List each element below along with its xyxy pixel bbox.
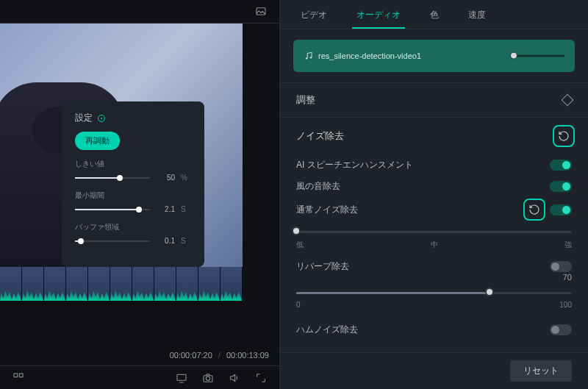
reverb-slider[interactable] — [296, 286, 572, 299]
audio-clip-strip[interactable]: res_silence-detection-video1 — [293, 40, 575, 72]
preview-viewport: 設定 再調動 しきい値 50 % 最小期間 2.1 S — [0, 24, 279, 345]
normal-denoise-label: 通常ノイズ除去 — [296, 204, 358, 216]
tab-color[interactable]: 色 — [426, 9, 443, 29]
grid-icon[interactable] — [10, 370, 26, 386]
info-icon — [97, 114, 106, 123]
audio-clip-name: res_silence-detection-video1 — [304, 51, 421, 61]
timeline-thumbnails[interactable] — [0, 267, 243, 301]
svg-rect-3 — [14, 374, 18, 377]
buffer-unit: S — [181, 237, 191, 245]
settings-title-label: 設定 — [75, 112, 93, 124]
keyframe-icon[interactable] — [562, 94, 574, 107]
min-duration-value: 2.1 — [156, 205, 175, 213]
audio-clip-label: res_silence-detection-video1 — [318, 51, 421, 60]
reset-icon — [528, 204, 540, 215]
ai-speech-label: AI スピーチエンハンスメント — [296, 159, 413, 171]
section-adjust-label: 調整 — [296, 93, 315, 107]
svg-point-2 — [101, 118, 102, 119]
reverb-label: リバーブ除去 — [296, 260, 349, 273]
reverb-toggle[interactable] — [550, 261, 572, 272]
normal-denoise-slider[interactable] — [296, 225, 572, 238]
music-note-icon — [304, 51, 314, 61]
reanalyze-button[interactable]: 再調動 — [75, 132, 120, 150]
reverb-min: 0 — [296, 301, 301, 309]
preview-bottom-bar — [0, 365, 279, 389]
settings-popup: 設定 再調動 しきい値 50 % 最小期間 2.1 S — [62, 101, 204, 267]
threshold-track[interactable] — [75, 177, 150, 179]
threshold-unit: % — [181, 174, 191, 182]
reset-icon — [558, 130, 570, 142]
preview-header — [0, 0, 279, 24]
wind-label: 風の音除去 — [296, 180, 340, 193]
tab-audio[interactable]: オーディオ — [352, 9, 405, 29]
tab-video[interactable]: ビデオ — [296, 9, 331, 29]
min-duration-label: 最小期間 — [75, 190, 191, 201]
buffer-label: バッファ領域 — [75, 222, 191, 232]
min-duration-slider: 最小期間 2.1 S — [75, 190, 191, 213]
preview-panel: 設定 再調動 しきい値 50 % 最小期間 2.1 S — [0, 0, 279, 389]
display-icon[interactable] — [173, 370, 190, 386]
denoise-reset-button[interactable] — [556, 128, 572, 144]
camera-icon[interactable] — [200, 370, 216, 386]
ai-speech-row: AI スピーチエンハンスメント — [280, 154, 588, 176]
wind-row: 風の音除去 — [280, 176, 588, 197]
svg-point-9 — [310, 57, 312, 58]
normal-denoise-scale: 低 中 強 — [280, 240, 588, 256]
normal-denoise-reset-button[interactable] — [526, 201, 542, 218]
reset-button[interactable]: リセット — [510, 360, 572, 382]
buffer-value: 0.1 — [156, 237, 175, 245]
reverb-scale: 0 100 — [280, 301, 588, 319]
reverb-value: 70 — [563, 273, 588, 282]
total-time: 00:00:13:09 — [226, 351, 269, 360]
svg-rect-5 — [177, 374, 186, 380]
normal-denoise-toggle[interactable] — [550, 204, 572, 215]
threshold-slider: しきい値 50 % — [75, 159, 191, 182]
section-denoise[interactable]: ノイズ除去 — [280, 117, 588, 154]
threshold-value: 50 — [156, 174, 175, 182]
hum-row: ハムノイズ除去 — [280, 319, 588, 340]
settings-title: 設定 — [75, 112, 191, 124]
volume-icon[interactable] — [226, 370, 243, 386]
time-display: 00:00:07:20 / 00:00:13:09 — [0, 345, 279, 365]
property-tabs: ビデオ オーディオ 色 速度 — [280, 0, 588, 29]
properties-panel: ビデオ オーディオ 色 速度 res_silence-detection-vid… — [279, 0, 588, 389]
min-duration-track[interactable] — [75, 209, 150, 210]
reverb-max: 100 — [559, 301, 572, 309]
image-icon[interactable] — [253, 4, 269, 20]
svg-rect-4 — [19, 374, 23, 377]
time-separator: / — [218, 351, 220, 360]
scale-low: 低 — [296, 240, 304, 250]
svg-rect-0 — [257, 7, 265, 14]
scale-mid: 中 — [431, 240, 438, 250]
threshold-label: しきい値 — [75, 159, 191, 169]
wind-toggle[interactable] — [550, 181, 572, 192]
svg-point-7 — [206, 376, 209, 380]
hum-label: ハムノイズ除去 — [296, 324, 358, 336]
buffer-slider: バッファ領域 0.1 S — [75, 222, 191, 245]
clip-volume-thumb[interactable] — [510, 52, 517, 60]
current-time: 00:00:07:20 — [170, 351, 212, 360]
tab-speed[interactable]: 速度 — [464, 9, 490, 29]
svg-point-8 — [306, 57, 307, 59]
section-denoise-label: ノイズ除去 — [296, 129, 344, 143]
panel-footer: リセット — [280, 352, 588, 389]
reverb-row: リバーブ除去 — [280, 256, 588, 277]
hum-toggle[interactable] — [550, 324, 572, 335]
normal-denoise-row: 通常ノイズ除去 — [280, 197, 588, 222]
buffer-track[interactable] — [75, 240, 150, 242]
min-duration-unit: S — [181, 205, 191, 213]
section-adjust[interactable]: 調整 — [280, 82, 588, 117]
expand-icon[interactable] — [253, 370, 269, 386]
clip-volume-track[interactable] — [513, 55, 564, 57]
scale-high: 強 — [564, 240, 572, 250]
ai-speech-toggle[interactable] — [550, 160, 572, 171]
